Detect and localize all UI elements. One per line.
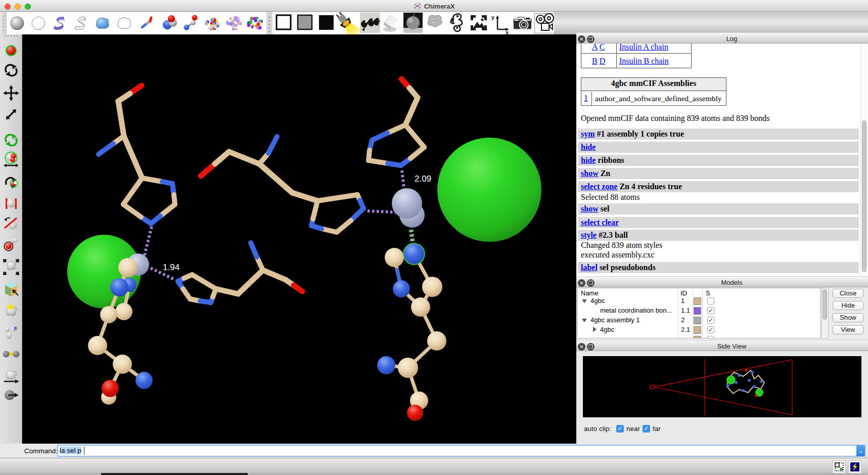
svg-text:2.09: 2.09 <box>415 174 431 184</box>
svg-text:y: y <box>491 14 495 20</box>
svg-text:x: x <box>506 29 509 34</box>
svg-text:1.94: 1.94 <box>163 263 179 272</box>
